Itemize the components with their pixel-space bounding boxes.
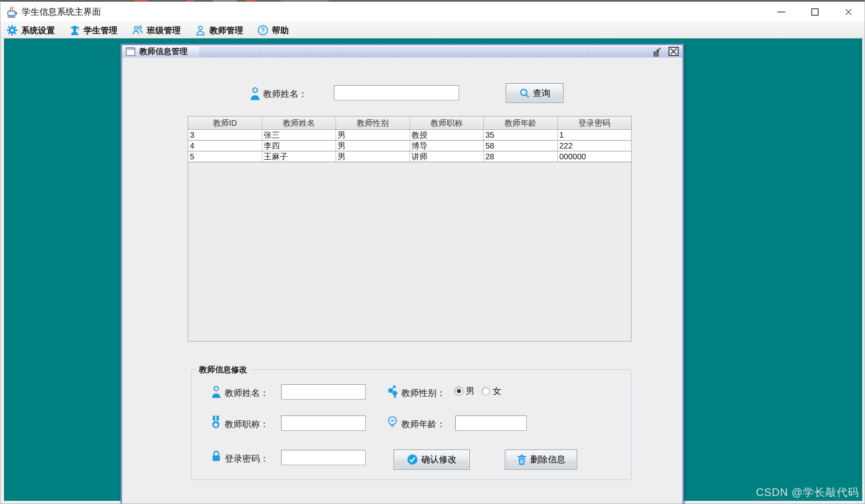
restore-button[interactable] xyxy=(652,46,662,57)
cell-age[interactable]: 35 xyxy=(484,130,558,140)
internal-frame-titlebar[interactable]: 教师信息管理 xyxy=(122,45,682,58)
internal-frame-controls xyxy=(652,45,679,58)
cell-title[interactable]: 博导 xyxy=(410,141,484,151)
menu-item-label: 帮助 xyxy=(272,25,289,36)
cell-password[interactable]: 222 xyxy=(558,141,632,151)
delete-button-label: 删除信息 xyxy=(530,454,565,466)
check-circle-icon xyxy=(407,454,418,465)
confirm-modify-button[interactable]: 确认修改 xyxy=(394,450,470,470)
gender-icon xyxy=(386,385,399,399)
teacher-icon xyxy=(195,25,206,36)
search-teacher-name-label: 教师姓名： xyxy=(263,88,307,100)
cell-id[interactable]: 3 xyxy=(188,130,262,140)
menu-item-student-management[interactable]: 学生管理 xyxy=(65,22,128,38)
cell-gender[interactable]: 男 xyxy=(336,151,410,162)
lock-icon xyxy=(211,450,221,463)
csdn-watermark: CSDN @学长敲代码 xyxy=(756,485,859,500)
cell-id[interactable]: 5 xyxy=(188,151,262,162)
teacher-title-input[interactable] xyxy=(281,416,366,431)
class-group-icon xyxy=(132,25,143,36)
teacher-age-input[interactable] xyxy=(455,416,527,431)
title-field-label: 教师职称： xyxy=(225,418,269,430)
edit-panel-title: 教师信息修改 xyxy=(196,364,250,375)
cell-name[interactable]: 王麻子 xyxy=(262,151,336,162)
column-header-teacher-age[interactable]: 教师年龄 xyxy=(484,116,558,130)
teacher-table: 教师ID 教师姓名 教师性别 教师职称 教师年龄 登录密码 3 张三 男 教授 … xyxy=(188,116,632,341)
cell-age[interactable]: 28 xyxy=(484,151,558,162)
trash-icon xyxy=(517,454,527,466)
restore-icon xyxy=(652,46,662,57)
query-button[interactable]: 查询 xyxy=(506,83,563,103)
name-field-label: 教师姓名： xyxy=(225,387,269,399)
app-window: 学生信息系统主界面 系统设置 xyxy=(0,0,865,504)
teacher-name-input[interactable] xyxy=(281,384,366,400)
table-empty-area xyxy=(188,162,631,341)
window-frame-icon xyxy=(126,47,135,56)
query-button-label: 查询 xyxy=(533,87,551,99)
cell-gender[interactable]: 男 xyxy=(336,130,410,140)
menu-item-help[interactable]: ? 帮助 xyxy=(253,22,299,38)
table-row[interactable]: 5 王麻子 男 讲师 28 000000 xyxy=(188,151,631,162)
person-icon xyxy=(210,385,222,399)
cell-gender[interactable]: 男 xyxy=(336,141,410,151)
window-controls xyxy=(764,2,865,22)
column-header-teacher-gender[interactable]: 教师性别 xyxy=(336,116,410,130)
password-field-label: 登录密码： xyxy=(225,453,269,465)
gender-option-female[interactable]: 女 xyxy=(482,385,501,397)
cell-password[interactable]: 1 xyxy=(558,130,632,140)
confirm-button-label: 确认修改 xyxy=(421,454,457,466)
cell-title[interactable]: 教授 xyxy=(410,130,484,140)
menu-item-teacher-management[interactable]: 教师管理 xyxy=(191,22,253,38)
column-header-login-password[interactable]: 登录密码 xyxy=(558,116,632,130)
cell-id[interactable]: 4 xyxy=(188,141,262,151)
window-titlebar[interactable]: 学生信息系统主界面 xyxy=(0,2,865,22)
lightbulb-icon xyxy=(387,416,398,429)
menu-item-label: 班级管理 xyxy=(147,25,181,36)
student-icon xyxy=(69,25,80,36)
internal-close-button[interactable] xyxy=(668,46,679,56)
column-header-teacher-id[interactable]: 教师ID xyxy=(188,116,262,130)
svg-text:?: ? xyxy=(261,26,265,34)
internal-frame-title: 教师信息管理 xyxy=(139,46,187,57)
teacher-info-frame: 教师信息管理 xyxy=(121,44,684,504)
search-icon xyxy=(519,88,530,98)
login-password-input[interactable] xyxy=(281,450,366,465)
minimize-icon xyxy=(777,12,785,12)
internal-frame-content: 教师姓名： 查询 教师ID 教师姓名 教师性别 教师职称 xyxy=(122,58,682,504)
maximize-button[interactable] xyxy=(798,2,832,22)
column-header-teacher-title[interactable]: 教师职称 xyxy=(410,116,484,130)
help-icon: ? xyxy=(257,25,268,36)
cell-title[interactable]: 讲师 xyxy=(410,151,484,162)
age-field-label: 教师年龄： xyxy=(401,418,445,430)
menu-item-label: 学生管理 xyxy=(84,25,117,36)
maximize-icon xyxy=(811,8,819,16)
delete-info-button[interactable]: 删除信息 xyxy=(505,450,577,470)
cell-name[interactable]: 李四 xyxy=(262,141,336,151)
radio-female[interactable] xyxy=(482,387,490,395)
table-row[interactable]: 3 张三 男 教授 35 1 xyxy=(188,130,631,141)
cell-age[interactable]: 58 xyxy=(484,141,558,151)
column-header-teacher-name[interactable]: 教师姓名 xyxy=(262,116,336,130)
desktop-pane: 教师信息管理 xyxy=(0,38,865,504)
menu-bar: 系统设置 学生管理 班级管理 教师管理 xyxy=(0,22,865,38)
close-box-icon xyxy=(668,46,679,56)
table-row[interactable]: 4 李四 男 博导 58 222 xyxy=(188,141,631,151)
search-teacher-name-input[interactable] xyxy=(334,85,459,100)
close-icon xyxy=(845,8,853,16)
menu-item-label: 系统设置 xyxy=(21,25,55,36)
gender-field-label: 教师性别： xyxy=(401,387,445,399)
cell-password[interactable]: 000000 xyxy=(558,151,632,162)
menu-item-class-management[interactable]: 班级管理 xyxy=(128,22,191,38)
close-button[interactable] xyxy=(832,2,865,22)
menu-item-system-settings[interactable]: 系统设置 xyxy=(3,22,65,38)
internal-frame-title-area: 教师信息管理 xyxy=(122,45,199,58)
gear-icon xyxy=(7,25,18,36)
cell-name[interactable]: 张三 xyxy=(262,130,336,140)
gender-radio-group: 男 女 xyxy=(455,385,501,397)
minimize-button[interactable] xyxy=(764,2,798,22)
radio-male-label: 男 xyxy=(466,385,475,397)
java-app-icon xyxy=(6,6,18,18)
gender-option-male[interactable]: 男 xyxy=(455,385,475,397)
titlebar-texture xyxy=(122,46,682,56)
radio-male-selected[interactable] xyxy=(455,387,463,395)
